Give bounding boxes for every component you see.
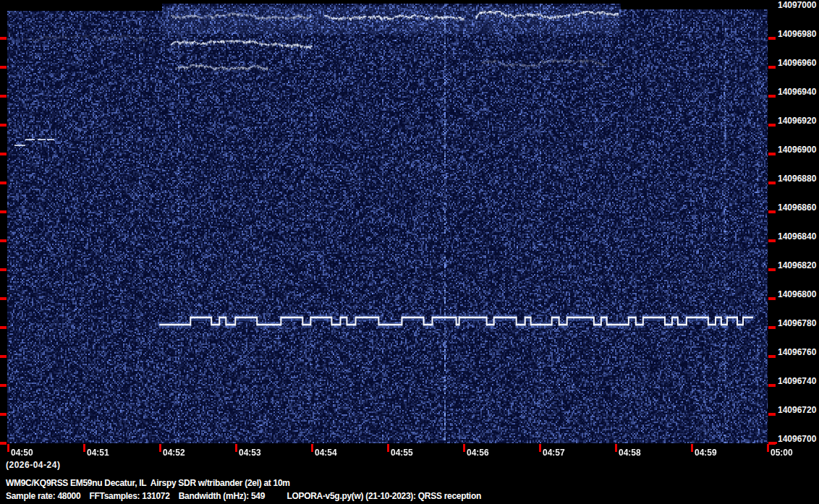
freq-tick-mark-right xyxy=(768,210,776,213)
settings-info-line: Sample rate: 48000 FFTsamples: 131072 Ba… xyxy=(6,491,481,501)
freq-tick-mark-left xyxy=(0,95,7,98)
axis-corner-marker-right xyxy=(768,442,777,444)
freq-tick-mark-right xyxy=(768,297,776,300)
time-tick-label: 04:58 xyxy=(619,448,641,458)
freq-tick-mark-left xyxy=(0,239,7,242)
time-tick-label: 04:52 xyxy=(163,448,185,458)
freq-tick-mark-left xyxy=(0,355,7,358)
time-tick-label: 04:56 xyxy=(467,448,489,458)
freq-tick-label: 14096960 xyxy=(778,59,819,67)
time-tick-label: 04:55 xyxy=(391,448,413,458)
freq-tick-label: 14096900 xyxy=(778,145,819,154)
time-tick-mark xyxy=(539,444,541,452)
freq-tick-mark-left xyxy=(0,124,7,127)
freq-tick-mark-right xyxy=(768,413,776,416)
freq-tick-label: 14096700 xyxy=(778,435,819,443)
freq-tick-mark-left xyxy=(0,326,7,329)
time-tick-label: 04:59 xyxy=(695,448,717,458)
time-tick-mark xyxy=(463,444,465,452)
time-tick-mark xyxy=(311,444,313,452)
freq-tick-label: 14097000 xyxy=(778,1,819,9)
freq-tick-label: 14096840 xyxy=(778,232,819,241)
time-tick-label: 04:57 xyxy=(543,448,565,458)
freq-tick-mark-left xyxy=(0,413,7,416)
freq-tick-mark-left xyxy=(0,153,7,155)
time-tick-mark xyxy=(615,444,617,452)
freq-tick-label: 14096820 xyxy=(778,261,819,270)
freq-tick-mark-left xyxy=(0,66,7,69)
freq-tick-label: 14096980 xyxy=(778,30,819,38)
freq-tick-label: 14096860 xyxy=(778,203,819,212)
freq-tick-mark-right xyxy=(768,95,776,98)
freq-tick-mark-left xyxy=(0,37,7,40)
date-label: (2026-04-24) xyxy=(6,460,60,470)
freq-tick-mark-right xyxy=(768,66,776,69)
freq-tick-mark-left xyxy=(0,210,7,213)
time-tick-mark xyxy=(691,444,693,452)
time-tick-label: 04:51 xyxy=(87,448,109,458)
freq-tick-mark-right xyxy=(768,384,776,387)
freq-tick-mark-right xyxy=(768,124,776,127)
freq-tick-label: 14096720 xyxy=(778,406,819,414)
time-tick-mark xyxy=(235,444,237,452)
time-tick-label: 05:00 xyxy=(771,448,793,458)
freq-tick-mark-right xyxy=(768,268,776,271)
freq-tick-mark-right xyxy=(768,153,776,155)
freq-tick-mark-right xyxy=(768,355,776,358)
freq-tick-mark-right xyxy=(768,239,776,242)
spectrogram-canvas xyxy=(7,4,768,443)
time-tick-mark xyxy=(767,444,769,452)
time-tick-label: 04:50 xyxy=(11,448,33,458)
freq-tick-label: 14096760 xyxy=(778,348,819,356)
freq-tick-label: 14096740 xyxy=(778,377,819,385)
freq-tick-mark-right xyxy=(768,326,776,329)
time-tick-label: 04:53 xyxy=(239,448,261,458)
time-tick-mark xyxy=(83,444,85,452)
qrss-grabber-screen: 1409700014096980140969601409694014096920… xyxy=(0,0,819,504)
time-tick-mark xyxy=(387,444,389,452)
freq-tick-label: 14096920 xyxy=(778,116,819,125)
time-tick-mark xyxy=(7,444,9,452)
freq-tick-mark-right xyxy=(768,37,776,40)
freq-tick-mark-right xyxy=(768,181,776,184)
freq-tick-label: 14096880 xyxy=(778,174,819,183)
freq-tick-mark-left xyxy=(0,268,7,271)
axis-corner-marker-left xyxy=(0,443,7,445)
freq-tick-label: 14096940 xyxy=(778,87,819,96)
freq-tick-mark-left xyxy=(0,181,7,184)
time-tick-label: 04:54 xyxy=(315,448,337,458)
freq-tick-mark-left xyxy=(0,384,7,387)
time-tick-mark xyxy=(159,444,161,452)
freq-tick-mark-left xyxy=(0,297,7,300)
station-info-line: WM9C/KQ9RSS EM59nu Decatur, IL Airspy SD… xyxy=(6,478,290,488)
freq-tick-label: 14096780 xyxy=(778,319,819,328)
freq-tick-label: 14096800 xyxy=(778,290,819,299)
